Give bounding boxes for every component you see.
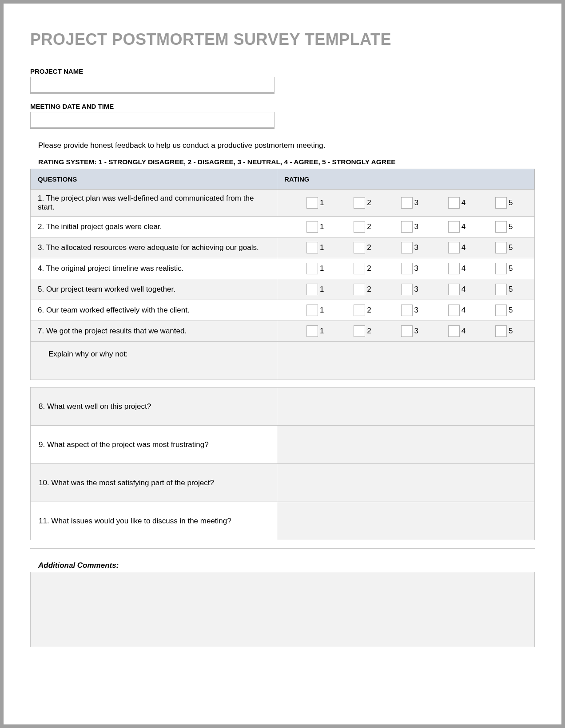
rating-checkbox[interactable] bbox=[306, 263, 318, 274]
rating-option: 3 bbox=[401, 325, 420, 337]
rating-number: 1 bbox=[320, 285, 325, 294]
rating-number: 5 bbox=[509, 243, 514, 252]
rating-checkbox[interactable] bbox=[495, 305, 507, 316]
rating-cell: 12345 bbox=[277, 190, 535, 217]
project-name-label: PROJECT NAME bbox=[30, 67, 535, 75]
rating-checkbox[interactable] bbox=[448, 197, 460, 209]
rating-number: 5 bbox=[509, 306, 514, 315]
project-name-input[interactable] bbox=[30, 77, 275, 94]
rating-checkbox[interactable] bbox=[401, 263, 413, 274]
rating-checkbox[interactable] bbox=[306, 305, 318, 316]
open-question-text: 11. What issues would you like to discus… bbox=[31, 502, 277, 540]
rating-checkbox[interactable] bbox=[448, 242, 460, 253]
rating-number: 1 bbox=[320, 264, 325, 273]
header-questions: QUESTIONS bbox=[31, 169, 277, 190]
rating-cell: 12345 bbox=[277, 300, 535, 321]
rating-checkbox[interactable] bbox=[448, 284, 460, 295]
open-answer-cell[interactable] bbox=[277, 464, 535, 502]
rating-option: 2 bbox=[354, 197, 372, 209]
rating-checkbox[interactable] bbox=[306, 197, 318, 209]
rating-option: 4 bbox=[448, 305, 467, 316]
rating-option: 4 bbox=[448, 242, 467, 253]
rating-checkbox[interactable] bbox=[306, 325, 318, 337]
open-answer-cell[interactable] bbox=[277, 426, 535, 464]
comments-input[interactable] bbox=[30, 572, 535, 647]
rating-checkbox[interactable] bbox=[354, 242, 365, 253]
question-row: 2. The initial project goals were clear.… bbox=[31, 217, 535, 237]
question-row: 4. The original project timeline was rea… bbox=[31, 258, 535, 279]
rating-number: 5 bbox=[509, 285, 514, 294]
rating-number: 4 bbox=[462, 222, 467, 231]
rating-number: 4 bbox=[462, 198, 467, 207]
comments-section: Additional Comments: bbox=[30, 548, 535, 649]
rating-option: 5 bbox=[495, 263, 514, 274]
rating-checkbox[interactable] bbox=[448, 221, 460, 233]
page-title: PROJECT POSTMORTEM SURVEY TEMPLATE bbox=[30, 30, 535, 49]
header-rating: RATING bbox=[277, 169, 535, 190]
rating-number: 4 bbox=[462, 327, 467, 336]
rating-checkbox[interactable] bbox=[495, 263, 507, 274]
rating-option: 2 bbox=[354, 325, 372, 337]
rating-checkbox[interactable] bbox=[354, 263, 365, 274]
rating-checkbox[interactable] bbox=[306, 284, 318, 295]
question-text: 1. The project plan was well-defined and… bbox=[31, 190, 277, 217]
rating-checkbox[interactable] bbox=[401, 221, 413, 233]
rating-checkbox[interactable] bbox=[306, 221, 318, 233]
open-answer-cell[interactable] bbox=[277, 502, 535, 540]
rating-number: 2 bbox=[367, 243, 372, 252]
rating-checkbox[interactable] bbox=[401, 284, 413, 295]
rating-checkbox[interactable] bbox=[448, 263, 460, 274]
rating-number: 2 bbox=[367, 222, 372, 231]
rating-number: 1 bbox=[320, 222, 325, 231]
rating-checkbox[interactable] bbox=[354, 221, 365, 233]
rating-checkbox[interactable] bbox=[401, 242, 413, 253]
rating-cell: 12345 bbox=[277, 279, 535, 300]
rating-number: 4 bbox=[462, 243, 467, 252]
rating-option: 4 bbox=[448, 221, 467, 233]
rating-number: 1 bbox=[320, 306, 325, 315]
rating-checkbox[interactable] bbox=[354, 305, 365, 316]
rating-number: 3 bbox=[414, 306, 420, 315]
rating-checkbox[interactable] bbox=[306, 242, 318, 253]
rating-checkbox[interactable] bbox=[495, 197, 507, 209]
question-row: 7. We got the project results that we wa… bbox=[31, 321, 535, 342]
rating-number: 4 bbox=[462, 264, 467, 273]
open-question-text: 10. What was the most satisfying part of… bbox=[31, 464, 277, 502]
instruction-text: Please provide honest feedback to help u… bbox=[38, 141, 535, 150]
rating-checkbox[interactable] bbox=[354, 197, 365, 209]
rating-checkbox[interactable] bbox=[495, 221, 507, 233]
rating-option: 1 bbox=[306, 242, 325, 253]
rating-checkbox[interactable] bbox=[354, 325, 365, 337]
rating-option: 4 bbox=[448, 325, 467, 337]
open-question-row: 8. What went well on this project? bbox=[31, 388, 535, 426]
rating-option: 3 bbox=[401, 305, 420, 316]
rating-checkbox[interactable] bbox=[495, 284, 507, 295]
rating-number: 5 bbox=[509, 264, 514, 273]
rating-number: 2 bbox=[367, 264, 372, 273]
rating-checkbox[interactable] bbox=[495, 242, 507, 253]
meeting-datetime-input[interactable] bbox=[30, 112, 275, 129]
rating-option: 2 bbox=[354, 284, 372, 295]
rating-option: 2 bbox=[354, 242, 372, 253]
rating-checkbox[interactable] bbox=[401, 197, 413, 209]
rating-checkbox[interactable] bbox=[354, 284, 365, 295]
rating-option: 4 bbox=[448, 197, 467, 209]
rating-option: 1 bbox=[306, 325, 325, 337]
explain-answer[interactable] bbox=[277, 342, 535, 380]
open-question-row: 9. What aspect of the project was most f… bbox=[31, 426, 535, 464]
rating-option: 2 bbox=[354, 263, 372, 274]
rating-number: 5 bbox=[509, 222, 514, 231]
rating-checkbox[interactable] bbox=[448, 325, 460, 337]
rating-checkbox[interactable] bbox=[401, 305, 413, 316]
rating-checkbox[interactable] bbox=[448, 305, 460, 316]
rating-number: 4 bbox=[462, 306, 467, 315]
open-answer-cell[interactable] bbox=[277, 388, 535, 426]
explain-row: Explain why or why not: bbox=[31, 342, 535, 380]
rating-number: 3 bbox=[414, 327, 420, 336]
rating-option: 5 bbox=[495, 284, 514, 295]
rating-checkbox[interactable] bbox=[401, 325, 413, 337]
rating-checkbox[interactable] bbox=[495, 325, 507, 337]
rating-number: 5 bbox=[509, 327, 514, 336]
question-text: 2. The initial project goals were clear. bbox=[31, 217, 277, 237]
rating-number: 1 bbox=[320, 327, 325, 336]
